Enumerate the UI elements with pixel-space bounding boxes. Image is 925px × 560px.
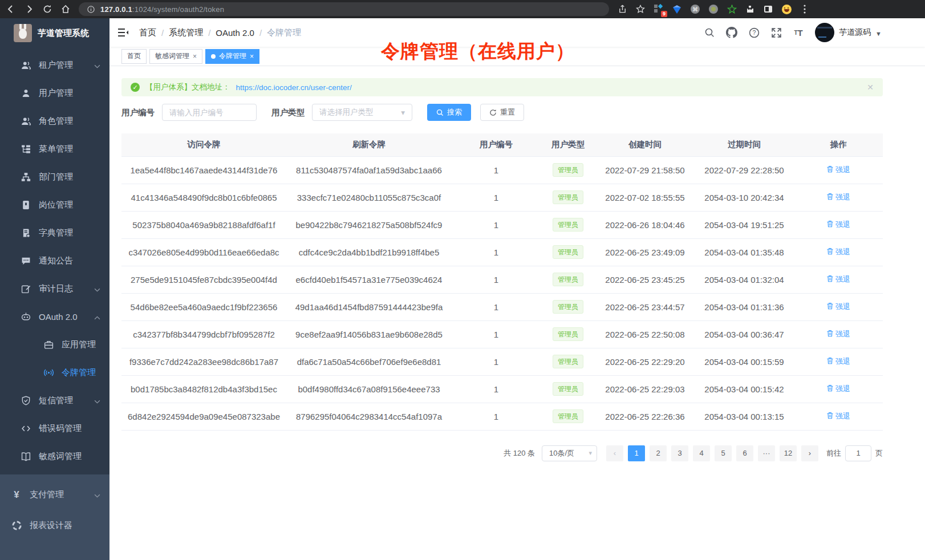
prev-page-button[interactable]: ‹ [606,445,623,461]
force-logout-button[interactable]: 强退 [826,247,850,257]
sidebar-item-字典管理[interactable]: 字典管理 [0,219,109,247]
sidebar-item-岗位管理[interactable]: 岗位管理 [0,191,109,219]
user-id-label: 用户编号 [121,107,155,118]
force-logout-button[interactable]: 强退 [826,356,850,367]
alert-doc-link[interactable]: https://doc.iocoder.cn/user-center/ [236,83,352,92]
force-logout-button[interactable]: 强退 [826,165,850,175]
page-ellipsis-button[interactable]: ··· [758,445,775,461]
breadcrumb-item-首页[interactable]: 首页 [139,27,156,38]
sidebar-item-应用管理[interactable]: 应用管理 [0,331,109,359]
page-button-6[interactable]: 6 [736,445,753,461]
hamburger-icon[interactable] [117,27,130,38]
sidebar-item-部门管理[interactable]: 部门管理 [0,163,109,191]
page-size-select[interactable]: 10条/页 ▾ [542,445,597,461]
bookmark-star-icon[interactable] [635,4,646,14]
tab-首页[interactable]: 首页 [121,49,147,64]
browser-forward-icon[interactable] [24,4,34,14]
column-header-用户编号: 用户编号 [452,133,541,156]
reset-button[interactable]: 重置 [480,104,524,121]
access-token-cell: 502375b8040a469a9b82188afdf6af1f [121,211,286,238]
share-icon[interactable] [617,4,627,14]
next-page-button[interactable]: › [801,445,818,461]
force-logout-button[interactable]: 强退 [826,192,850,202]
expire-time-cell: 2054-03-04 01:32:04 [695,266,794,293]
tab-令牌管理[interactable]: 令牌管理× [205,49,259,64]
page-button-1[interactable]: 1 [628,445,645,461]
tab-close-icon[interactable]: × [193,52,197,60]
sensitive-icon [21,452,31,462]
user-type-badge: 管理员 [553,355,583,368]
sidebar-item-菜单管理[interactable]: 菜单管理 [0,135,109,163]
refresh-token-cell: b0df4980ffd34c67a08f9156e4eee733 [286,375,452,403]
force-logout-button[interactable]: 强退 [826,274,850,285]
page-button-5[interactable]: 5 [715,445,732,461]
create-time-cell: 2022-07-29 21:58:50 [595,156,695,184]
refresh-token-cell: be90422b8c7946218275a508bf524fc9 [286,211,452,238]
user-type-badge: 管理员 [553,382,583,396]
sidebar-item-label: 短信管理 [39,395,73,406]
breadcrumb-item-系统管理[interactable]: 系统管理 [169,27,203,38]
extension-command-icon[interactable]: ⌘ [690,4,700,14]
force-logout-button[interactable]: 强退 [826,384,850,394]
user-id-input[interactable] [162,104,257,121]
sidebar-item-支付管理[interactable]: ¥支付管理 [0,479,109,510]
sidebar-item-OAuth 2.0[interactable]: OAuth 2.0 [0,303,109,331]
app-logo-row[interactable]: 芋道管理系统 [0,18,109,48]
page-button-4[interactable]: 4 [693,445,710,461]
access-token-cell: 275e5de9151045fe87cbdc395e004f4d [121,266,286,293]
tab-label: 敏感词管理 [155,51,189,61]
sidebar-item-角色管理[interactable]: 角色管理 [0,107,109,135]
user-menu[interactable]: 芋道源码 ▼ [815,23,882,42]
sidebar-item-通知公告[interactable]: 通知公告 [0,247,109,275]
extension-star-icon[interactable] [727,4,737,14]
force-logout-button[interactable]: 强退 [826,411,850,421]
browser-menu-icon[interactable] [800,4,810,14]
goto-page-input[interactable] [845,445,871,461]
access-token-cell: 1ea5e44f8bc1467aaede43144f31de76 [121,156,286,184]
page-button-2[interactable]: 2 [650,445,667,461]
user-type-cell: 管理员 [541,156,595,184]
force-logout-button[interactable]: 强退 [826,220,850,230]
search-icon[interactable] [704,27,715,38]
help-icon[interactable]: ? [748,27,760,38]
side-panel-icon[interactable] [763,4,773,14]
tab-敏感词管理[interactable]: 敏感词管理× [149,49,202,64]
browser-reload-icon[interactable] [42,4,52,14]
pay-icon: ¥ [11,489,22,500]
user-type-select[interactable]: 请选择用户类型 ▾ [312,104,412,121]
sidebar-item-敏感词管理[interactable]: 敏感词管理 [0,443,109,470]
site-info-icon[interactable] [86,4,96,14]
browser-home-icon[interactable] [60,4,71,14]
user-type-badge: 管理员 [553,245,583,259]
user-id-cell: 1 [452,238,541,266]
action-cell: 强退 [794,348,883,375]
extension-gem-icon[interactable] [672,4,682,14]
alert-close-icon[interactable]: ✕ [867,83,874,92]
github-icon[interactable] [726,27,737,38]
font-size-icon[interactable]: TT [793,27,804,38]
profile-avatar-icon[interactable] [781,4,792,14]
tab-close-icon[interactable]: × [250,52,254,60]
force-logout-button[interactable]: 强退 [826,302,850,312]
browser-back-icon[interactable] [6,4,16,14]
sidebar-item-报表设计器[interactable]: 报表设计器 [0,510,109,541]
sidebar-item-短信管理[interactable]: 短信管理 [0,387,109,415]
sidebar-item-审计日志[interactable]: 审计日志 [0,275,109,303]
sidebar-item-label: 用户管理 [39,88,73,99]
extension-record-icon[interactable] [708,4,719,14]
sidebar-item-错误码管理[interactable]: 错误码管理 [0,415,109,443]
breadcrumb-item-OAuth 2.0[interactable]: OAuth 2.0 [216,28,254,38]
extension-puzzle-icon[interactable] [745,4,755,14]
sidebar-item-租户管理[interactable]: 租户管理 [0,51,109,79]
force-logout-button[interactable]: 强退 [826,329,850,339]
sidebar-item-用户管理[interactable]: 用户管理 [0,79,109,107]
address-bar[interactable]: 127.0.0.1:1024/system/oauth2/token [79,2,609,16]
sidebar-item-令牌管理[interactable]: 令牌管理 [0,359,109,387]
page-button-12[interactable]: 12 [780,445,797,461]
sidebar-item-label: 应用管理 [62,339,96,350]
page-button-3[interactable]: 3 [671,445,688,461]
search-button[interactable]: 搜索 [427,104,471,121]
user-icon [21,88,31,99]
extension-grid-icon[interactable]: 9 [654,4,664,14]
fullscreen-icon[interactable] [770,27,782,38]
